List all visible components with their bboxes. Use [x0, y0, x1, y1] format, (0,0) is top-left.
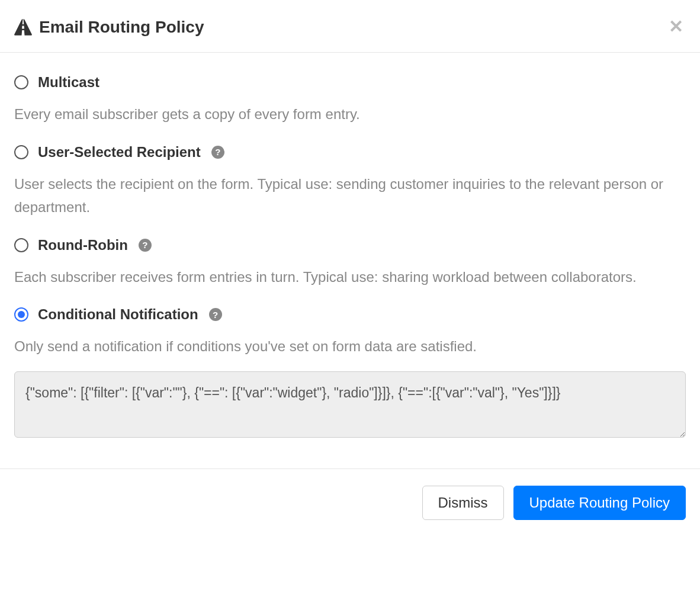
modal-header: Email Routing Policy ✕	[0, 0, 700, 53]
help-icon[interactable]: ?	[139, 239, 152, 252]
close-button[interactable]: ✕	[666, 18, 686, 36]
option-user-selected: User-Selected Recipient ? User selects t…	[14, 144, 686, 219]
modal-footer: Dismiss Update Routing Policy	[0, 468, 700, 537]
close-icon: ✕	[669, 17, 683, 36]
modal-title-text: Email Routing Policy	[39, 18, 204, 37]
option-header: Conditional Notification ?	[14, 306, 686, 323]
radio-round-robin[interactable]	[14, 238, 28, 252]
modal-title: Email Routing Policy	[14, 18, 204, 37]
radio-multicast[interactable]	[14, 75, 28, 89]
modal-body: Multicast Every email subscriber gets a …	[0, 53, 700, 468]
road-icon	[14, 19, 32, 36]
option-label: Conditional Notification	[38, 306, 198, 323]
option-label: Multicast	[38, 74, 99, 91]
radio-user-selected[interactable]	[14, 145, 28, 159]
option-round-robin: Round-Robin ? Each subscriber receives f…	[14, 237, 686, 289]
option-description: Each subscriber receives form entries in…	[14, 265, 686, 289]
option-label: Round-Robin	[38, 237, 128, 253]
option-description: User selects the recipient on the form. …	[14, 172, 686, 219]
option-description: Every email subscriber gets a copy of ev…	[14, 102, 686, 126]
dismiss-button[interactable]: Dismiss	[422, 486, 504, 520]
option-header: User-Selected Recipient ?	[14, 144, 686, 161]
radio-conditional[interactable]	[14, 307, 28, 322]
option-label: User-Selected Recipient	[38, 144, 201, 161]
option-multicast: Multicast Every email subscriber gets a …	[14, 74, 686, 126]
help-icon[interactable]: ?	[211, 146, 224, 159]
option-header: Round-Robin ?	[14, 237, 686, 253]
condition-code-input[interactable]: {"some": [{"filter": [{"var":""}, {"==":…	[14, 371, 686, 438]
option-description: Only send a notification if conditions y…	[14, 335, 686, 358]
update-button[interactable]: Update Routing Policy	[513, 486, 686, 520]
option-conditional: Conditional Notification ? Only send a n…	[14, 306, 686, 440]
help-icon[interactable]: ?	[209, 308, 222, 321]
option-header: Multicast	[14, 74, 686, 91]
